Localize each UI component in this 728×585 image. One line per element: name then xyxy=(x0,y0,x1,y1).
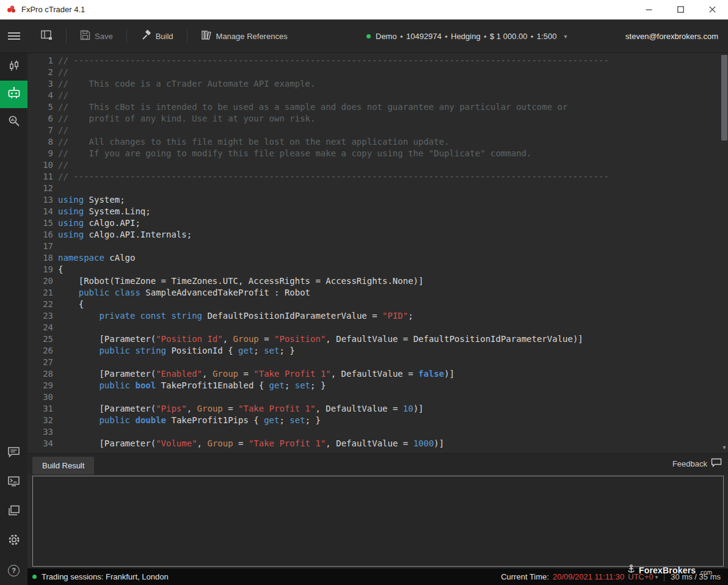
code-line[interactable]: 4// xyxy=(27,90,728,101)
code-line[interactable]: 32 public double TakeProfit1Pips { get; … xyxy=(27,415,728,426)
minimize-button[interactable] xyxy=(633,0,664,19)
code-line[interactable]: 24 xyxy=(27,322,728,333)
window-title: FxPro cTrader 4.1 xyxy=(21,5,85,14)
code-line[interactable]: 17 xyxy=(27,241,728,252)
code-line[interactable]: 27 xyxy=(27,357,728,368)
line-number: 33 xyxy=(27,426,53,438)
maximize-button[interactable] xyxy=(664,0,696,19)
forexbrokers-watermark: ForexBrokers .com xyxy=(627,564,712,576)
code-line[interactable]: 2// xyxy=(27,67,728,78)
line-number: 13 xyxy=(27,194,53,206)
code-line[interactable]: 19{ xyxy=(27,264,728,275)
close-button[interactable] xyxy=(696,0,728,19)
code-line[interactable]: 3// This code is a cTrader Automate API … xyxy=(27,78,728,90)
watermark-brand: ForexBrokers xyxy=(639,565,696,575)
line-number: 3 xyxy=(27,78,53,90)
scrollbar-down-arrow-icon[interactable]: ▼ xyxy=(721,445,727,451)
code-line[interactable]: 12 xyxy=(27,183,728,194)
code-line[interactable]: 28 [Parameter("Enabled", Group = "Take P… xyxy=(27,368,728,380)
left-sidebar: ? xyxy=(0,53,27,585)
chevron-down-icon: ▾ xyxy=(564,33,567,40)
line-number: 32 xyxy=(27,415,53,426)
code-line[interactable]: 11// -----------------------------------… xyxy=(27,171,728,183)
line-number: 26 xyxy=(27,345,53,357)
feedback-button[interactable]: Feedback xyxy=(672,458,722,469)
sidebar-item-terminal[interactable] xyxy=(0,468,27,497)
line-number: 29 xyxy=(27,380,53,391)
line-number: 9 xyxy=(27,148,53,159)
code-line[interactable]: 26 public string PositionId { get; set; … xyxy=(27,345,728,357)
main-menu-button[interactable] xyxy=(0,32,27,40)
code-line[interactable]: 22 { xyxy=(27,299,728,310)
code-line[interactable]: 34 [Parameter("Volume", Group = "Take Pr… xyxy=(27,438,728,449)
line-number: 30 xyxy=(27,391,53,403)
application-window: FxPro cTrader 4.1 xyxy=(0,0,728,585)
account-summary: Demo ⋆ 10492974 ⋆ Hedging ⋆ $ 1 000.00 ⋆… xyxy=(376,32,556,41)
sidebar-item-help[interactable]: ? xyxy=(0,556,27,585)
magnifier-icon xyxy=(7,114,21,130)
line-number: 5 xyxy=(27,101,53,113)
code-line[interactable]: 33 xyxy=(27,426,728,438)
line-number: 2 xyxy=(27,67,53,78)
line-number: 14 xyxy=(27,206,53,217)
stacked-windows-icon xyxy=(7,504,20,519)
code-line[interactable]: 30 xyxy=(27,391,728,403)
save-button[interactable]: Save xyxy=(75,26,118,46)
code-line[interactable]: 31 [Parameter("Pips", Group = "Take Prof… xyxy=(27,403,728,415)
code-line[interactable]: 8// All changes to this file might be lo… xyxy=(27,136,728,148)
editor-scrollbar[interactable]: ▼ xyxy=(721,53,728,453)
scrollbar-thumb[interactable] xyxy=(721,55,727,140)
line-number: 19 xyxy=(27,264,53,275)
sidebar-item-automate[interactable] xyxy=(0,81,27,108)
code-line[interactable]: 18namespace cAlgo xyxy=(27,252,728,264)
code-line[interactable]: 7// xyxy=(27,125,728,136)
code-line[interactable]: 23 private const string DefaultPositionI… xyxy=(27,310,728,322)
build-button[interactable]: Build xyxy=(136,26,178,46)
line-number: 6 xyxy=(27,113,53,125)
code-line[interactable]: 15using cAlgo.API; xyxy=(27,217,728,229)
code-line[interactable]: 10// xyxy=(27,159,728,171)
tab-build-result[interactable]: Build Result xyxy=(32,457,94,474)
terminal-icon xyxy=(7,475,20,490)
toggle-panel-button[interactable] xyxy=(36,26,57,46)
code-line[interactable]: 25 [Parameter("Position Id", Group = "Po… xyxy=(27,333,728,345)
save-label: Save xyxy=(95,32,113,41)
main-toolbar: Save Build xyxy=(0,20,728,53)
title-bar: FxPro cTrader 4.1 xyxy=(0,0,728,20)
code-line[interactable]: 16using cAlgo.API.Internals; xyxy=(27,229,728,241)
line-number: 31 xyxy=(27,403,53,415)
user-email[interactable]: steven@forexbrokers.com xyxy=(625,20,718,53)
code-line[interactable]: 6// profit of any kind. Use it at your o… xyxy=(27,113,728,125)
code-editor[interactable]: 1// ------------------------------------… xyxy=(27,53,728,453)
account-selector[interactable]: Demo ⋆ 10492974 ⋆ Hedging ⋆ $ 1 000.00 ⋆… xyxy=(366,20,567,53)
code-line[interactable]: 9// If you are going to modify this file… xyxy=(27,148,728,159)
sidebar-item-chat[interactable] xyxy=(0,438,27,468)
code-line[interactable]: 21 public class SampleAdvancedTakeProfit… xyxy=(27,287,728,299)
line-number: 11 xyxy=(27,171,53,183)
line-number: 12 xyxy=(27,183,53,194)
line-number: 21 xyxy=(27,287,53,299)
code-line[interactable]: 29 public bool TakeProfit1Enabled { get;… xyxy=(27,380,728,391)
sidebar-item-trade[interactable] xyxy=(0,53,27,81)
line-number: 15 xyxy=(27,217,53,229)
gear-icon xyxy=(7,533,21,549)
build-output-area xyxy=(32,476,724,567)
forexbrokers-logo-icon xyxy=(627,564,636,576)
code-line[interactable]: 1// ------------------------------------… xyxy=(27,55,728,67)
line-number: 17 xyxy=(27,241,53,252)
code-lines: 1// ------------------------------------… xyxy=(27,53,728,449)
code-line[interactable]: 13using System; xyxy=(27,194,728,206)
references-icon xyxy=(201,30,212,43)
line-number: 4 xyxy=(27,90,53,101)
code-line[interactable]: 5// This cBot is intended to be used as … xyxy=(27,101,728,113)
manage-references-button[interactable]: Manage References xyxy=(196,26,293,46)
code-line[interactable]: 14using System.Linq; xyxy=(27,206,728,217)
sidebar-item-analyze[interactable] xyxy=(0,108,27,136)
account-status-dot xyxy=(366,34,371,38)
build-result-panel: Build Result Feedback xyxy=(27,453,728,568)
sidebar-item-windows[interactable] xyxy=(0,497,27,526)
toolbar-divider xyxy=(66,29,67,43)
line-number: 25 xyxy=(27,333,53,345)
code-line[interactable]: 20 [Robot(TimeZone = TimeZones.UTC, Acce… xyxy=(27,275,728,287)
sidebar-item-settings[interactable] xyxy=(0,526,27,556)
